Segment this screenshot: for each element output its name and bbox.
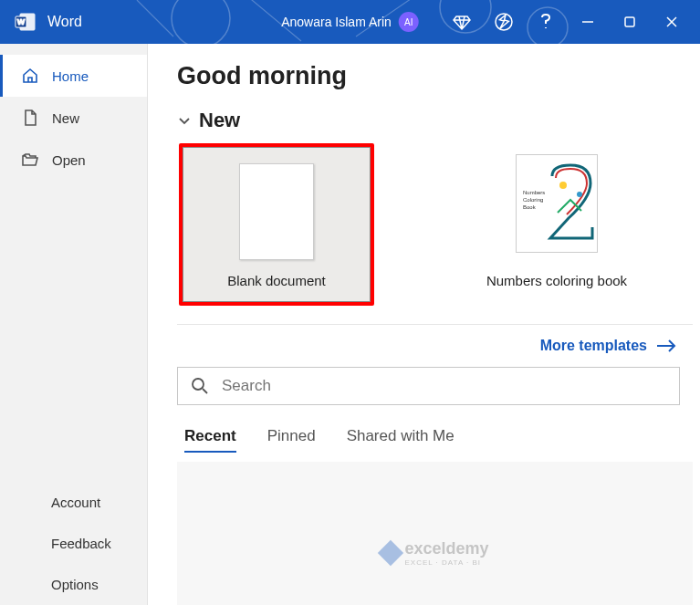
new-section-header[interactable]: New: [177, 109, 693, 132]
nav-open-label: Open: [52, 152, 86, 168]
word-app-icon: W: [13, 11, 38, 33]
file-tabs: Recent Pinned Shared with Me: [177, 405, 693, 462]
svg-point-12: [577, 192, 582, 197]
template-blank-document[interactable]: Blank document: [179, 143, 374, 306]
chevron-down-icon: [177, 113, 192, 128]
user-avatar[interactable]: AI: [399, 12, 419, 32]
template-numbers-label: Numbers coloring book: [475, 273, 639, 288]
nav-home-label: Home: [52, 68, 89, 84]
template-numbers-coloring[interactable]: NumbersColoringBook Numbers coloring boo…: [475, 143, 639, 288]
watermark-subtext: EXCEL · DATA · BI: [404, 558, 488, 567]
tab-recent[interactable]: Recent: [184, 427, 236, 453]
nav-home[interactable]: Home: [0, 55, 147, 97]
svg-point-11: [559, 182, 567, 189]
greeting-title: Good morning: [177, 62, 693, 90]
svg-point-5: [528, 7, 568, 46]
svg-point-4: [440, 0, 491, 33]
arrow-right-icon: [656, 339, 676, 352]
watermark: exceldemy EXCEL · DATA · BI: [381, 539, 488, 567]
app-name: Word: [47, 14, 82, 30]
title-bar: W Word Anowara Islam Arin AI: [0, 0, 700, 44]
user-name[interactable]: Anowara Islam Arin: [281, 15, 392, 29]
template-blank-label: Blank document: [227, 273, 326, 288]
thumb-text-1: NumbersColoringBook: [523, 190, 545, 210]
nav-account[interactable]: Account: [0, 482, 147, 523]
nav-new-label: New: [52, 110, 79, 126]
nav-options[interactable]: Options: [0, 564, 147, 605]
blank-page-thumbnail: [239, 163, 314, 260]
more-templates-link[interactable]: More templates: [177, 324, 693, 367]
main-content: Good morning New Blank document NumbersC…: [148, 44, 700, 605]
watermark-text: exceldemy: [404, 539, 488, 558]
nav-feedback[interactable]: Feedback: [0, 523, 147, 564]
svg-point-13: [193, 379, 204, 390]
search-box[interactable]: [177, 367, 680, 405]
new-section-title: New: [199, 109, 240, 132]
sidebar: Home New Open Account Feedback Options: [0, 44, 148, 605]
nav-new[interactable]: New: [0, 97, 147, 139]
nav-open[interactable]: Open: [0, 139, 147, 181]
search-input[interactable]: [222, 377, 666, 395]
more-templates-label: More templates: [540, 338, 647, 354]
recent-files-pane: exceldemy EXCEL · DATA · BI: [177, 462, 693, 605]
svg-rect-8: [625, 17, 634, 26]
watermark-logo-icon: [377, 539, 402, 565]
tab-pinned[interactable]: Pinned: [267, 427, 316, 453]
search-icon: [191, 377, 209, 395]
close-button[interactable]: [651, 0, 693, 44]
maximize-button[interactable]: [609, 0, 651, 44]
svg-text:W: W: [17, 17, 26, 26]
tab-shared[interactable]: Shared with Me: [347, 427, 454, 453]
svg-line-14: [203, 389, 207, 393]
numbers-coloring-thumbnail: NumbersColoringBook: [516, 154, 598, 253]
svg-point-3: [172, 0, 230, 46]
